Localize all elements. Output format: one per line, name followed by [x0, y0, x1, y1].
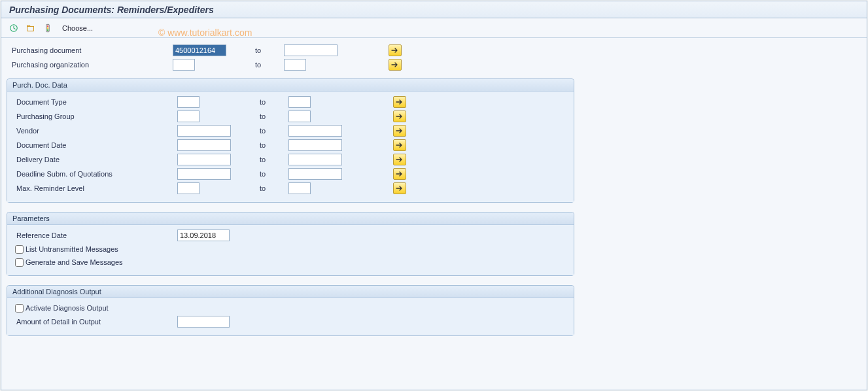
svg-point-4	[47, 27, 48, 28]
row-generate-save: Generate and Save Messages	[14, 256, 567, 269]
arrow-right-icon	[396, 99, 404, 105]
execute-button[interactable]	[7, 22, 21, 35]
vendor-to-input[interactable]	[288, 125, 342, 137]
group-parameters: Parameters Reference Date List Untransmi…	[7, 212, 574, 276]
row-amount-detail: Amount of Detail in Output	[14, 314, 567, 329]
row-reference-date: Reference Date	[14, 228, 567, 243]
svg-rect-1	[27, 26, 34, 31]
get-variant-button[interactable]	[24, 22, 38, 35]
row-purchasing-document: Purchasing document to	[9, 43, 574, 58]
list-untransmitted-checkbox[interactable]	[15, 245, 24, 254]
max-reminder-from-input[interactable]	[177, 182, 200, 194]
document-type-to-input[interactable]	[288, 96, 311, 108]
purchasing-group-from-input[interactable]	[177, 110, 200, 122]
deadline-from-input[interactable]	[177, 168, 231, 180]
max-reminder-to-input[interactable]	[288, 182, 311, 194]
arrow-right-icon	[396, 113, 404, 120]
row-max-reminder: Max. Reminder Level to	[14, 181, 567, 196]
multi-select-purchasing-document[interactable]	[389, 44, 402, 56]
multi-select-max-reminder[interactable]	[393, 182, 406, 194]
arrow-right-icon	[396, 156, 404, 163]
to-label: to	[256, 98, 288, 106]
label-delivery-date: Delivery Date	[14, 156, 177, 163]
multi-select-document-date[interactable]	[393, 139, 406, 151]
arrow-right-icon	[396, 185, 404, 192]
to-label: to	[256, 184, 288, 192]
amount-detail-input[interactable]	[177, 316, 230, 328]
arrow-right-icon	[396, 128, 404, 134]
row-delivery-date: Delivery Date to	[14, 152, 567, 167]
group-header-purch-doc-data: Purch. Doc. Data	[7, 79, 574, 92]
purchasing-document-to-input[interactable]	[284, 44, 338, 56]
multi-select-vendor[interactable]	[393, 125, 406, 137]
delivery-date-to-input[interactable]	[288, 154, 342, 165]
multi-select-purchasing-organization[interactable]	[389, 59, 402, 71]
label-purchasing-document: Purchasing document	[9, 46, 173, 54]
to-label: to	[256, 127, 288, 135]
deadline-to-input[interactable]	[288, 168, 342, 180]
purchasing-organization-to-input[interactable]	[284, 59, 306, 71]
selection-options-button[interactable]	[41, 22, 55, 35]
label-activate-diagnosis: Activate Diagnosis Output	[26, 304, 109, 312]
label-purchasing-group: Purchasing Group	[14, 112, 177, 120]
svg-point-3	[47, 25, 48, 26]
multi-select-purchasing-group[interactable]	[393, 110, 406, 122]
label-list-untransmitted: List Untransmitted Messages	[26, 245, 118, 253]
traffic-light-icon	[43, 24, 52, 33]
folder-variant-icon	[26, 24, 35, 33]
row-purchasing-group: Purchasing Group to	[14, 109, 567, 124]
label-amount-detail: Amount of Detail in Output	[14, 318, 177, 326]
svg-point-5	[47, 29, 48, 30]
label-document-date: Document Date	[14, 141, 177, 149]
selection-block: Purchasing document to Purchasing organi…	[7, 41, 574, 78]
clock-execute-icon	[9, 24, 18, 33]
row-document-type: Document Type to	[14, 95, 567, 109]
label-deadline-subm: Deadline Subm. of Quotations	[14, 170, 177, 178]
row-deadline-subm: Deadline Subm. of Quotations to	[14, 167, 567, 181]
toolbar: Choose...	[1, 18, 867, 38]
document-type-from-input[interactable]	[177, 96, 200, 108]
content-area: Purchasing document to Purchasing organi…	[1, 38, 867, 349]
choose-label: Choose...	[62, 24, 93, 32]
purchasing-document-from-input[interactable]	[173, 44, 226, 56]
choose-button[interactable]: Choose...	[58, 22, 100, 35]
label-max-reminder: Max. Reminder Level	[14, 184, 177, 192]
to-label: to	[256, 141, 288, 149]
group-header-diagnosis: Additional Diagnosis Output	[7, 286, 574, 298]
group-header-parameters: Parameters	[7, 212, 574, 225]
multi-select-document-type[interactable]	[393, 96, 406, 108]
document-date-to-input[interactable]	[288, 139, 342, 151]
row-list-untransmitted: List Untransmitted Messages	[14, 243, 567, 256]
arrow-right-icon	[391, 61, 399, 68]
arrow-right-icon	[396, 142, 404, 148]
arrow-right-icon	[391, 47, 399, 54]
reference-date-input[interactable]	[177, 230, 230, 241]
purchasing-group-to-input[interactable]	[288, 110, 311, 122]
page-title: Purchasing Documents: Reminders/Expedite…	[1, 1, 867, 18]
to-label: to	[256, 156, 288, 163]
purchasing-organization-from-input[interactable]	[173, 59, 195, 71]
activate-diagnosis-checkbox[interactable]	[15, 304, 24, 313]
arrow-right-icon	[396, 171, 404, 177]
label-vendor: Vendor	[14, 127, 177, 135]
group-purch-doc-data: Purch. Doc. Data Document Type to Purcha…	[7, 78, 574, 203]
multi-select-deadline[interactable]	[393, 168, 406, 180]
label-reference-date: Reference Date	[14, 231, 177, 239]
label-purchasing-organization: Purchasing organization	[9, 61, 173, 69]
to-label: to	[251, 46, 284, 54]
group-diagnosis: Additional Diagnosis Output Activate Dia…	[7, 285, 574, 336]
multi-select-delivery-date[interactable]	[393, 154, 406, 165]
title-text: Purchasing Documents: Reminders/Expedite…	[9, 5, 214, 15]
to-label: to	[256, 112, 288, 120]
row-activate-diagnosis: Activate Diagnosis Output	[14, 301, 567, 314]
document-date-from-input[interactable]	[177, 139, 231, 151]
delivery-date-from-input[interactable]	[177, 154, 231, 165]
generate-save-checkbox[interactable]	[15, 258, 24, 267]
row-document-date: Document Date to	[14, 138, 567, 152]
to-label: to	[256, 170, 288, 178]
label-generate-save: Generate and Save Messages	[26, 258, 123, 266]
row-purchasing-organization: Purchasing organization to	[9, 58, 574, 72]
label-document-type: Document Type	[14, 98, 177, 106]
to-label: to	[251, 61, 284, 69]
vendor-from-input[interactable]	[177, 125, 231, 137]
